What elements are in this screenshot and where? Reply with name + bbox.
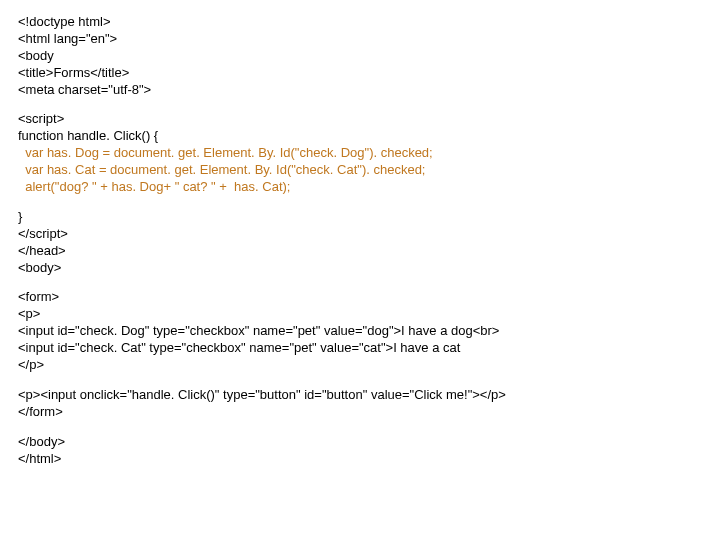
code-line: function handle. Click() {: [18, 128, 702, 145]
code-line: [18, 196, 702, 209]
code-line: <!doctype html>: [18, 14, 702, 31]
code-line: <title>Forms</title>: [18, 65, 702, 82]
code-line: <p>: [18, 306, 702, 323]
code-line: </p>: [18, 357, 702, 374]
code-line: </body>: [18, 434, 702, 451]
code-line: [18, 98, 702, 111]
code-line: <input id="check. Cat" type="checkbox" n…: [18, 340, 702, 357]
code-line: <input id="check. Dog" type="checkbox" n…: [18, 323, 702, 340]
code-line: <p><input onclick="handle. Click()" type…: [18, 387, 702, 404]
code-line: <form>: [18, 289, 702, 306]
code-line: [18, 421, 702, 434]
code-line: var has. Cat = document. get. Element. B…: [18, 162, 702, 179]
code-line: <body>: [18, 260, 702, 277]
code-line: <meta charset="utf-8">: [18, 82, 702, 99]
code-line: </head>: [18, 243, 702, 260]
code-line: <body: [18, 48, 702, 65]
code-line: var has. Dog = document. get. Element. B…: [18, 145, 702, 162]
code-line: alert("dog? " + has. Dog+ " cat? " + has…: [18, 179, 702, 196]
code-line: <html lang="en">: [18, 31, 702, 48]
code-line: [18, 374, 702, 387]
code-line: </script>: [18, 226, 702, 243]
code-line: [18, 276, 702, 289]
code-listing: <!doctype html><html lang="en"><body<tit…: [0, 0, 720, 481]
code-line: </html>: [18, 451, 702, 468]
code-line: }: [18, 209, 702, 226]
code-line: </form>: [18, 404, 702, 421]
code-line: <script>: [18, 111, 702, 128]
